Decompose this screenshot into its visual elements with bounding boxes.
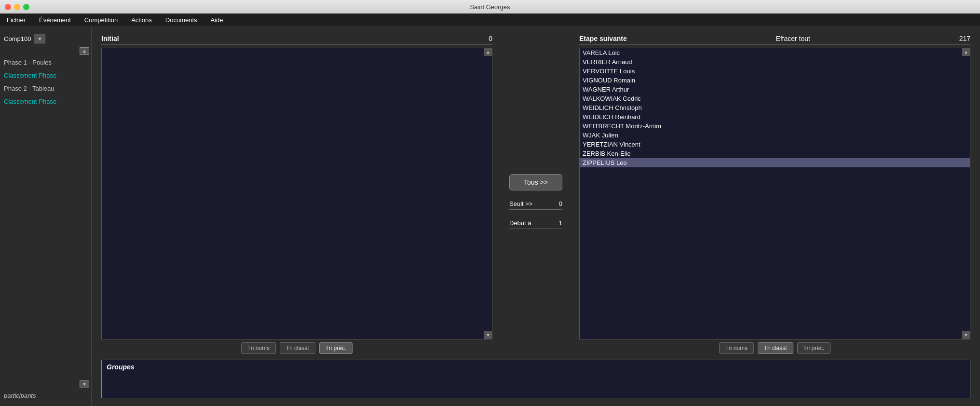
left-panel-title: Initial bbox=[101, 35, 119, 42]
content-area: Initial 0 ▲ ▼ Tri noms Tri classt bbox=[92, 27, 980, 406]
comp-label: Comp100 bbox=[4, 35, 31, 42]
panels-row: Initial 0 ▲ ▼ Tri noms Tri classt bbox=[101, 35, 970, 354]
right-scroll-down-button[interactable]: ▼ bbox=[962, 331, 970, 339]
middle-controls: Tous >> Seult >> 0 Début à 1 bbox=[502, 35, 570, 354]
close-button[interactable] bbox=[5, 4, 11, 10]
seult-row: Seult >> 0 bbox=[509, 200, 562, 210]
menu-aide[interactable]: Aide bbox=[208, 15, 226, 25]
right-panel-count: 217 bbox=[959, 35, 970, 42]
left-sort-prec-button[interactable]: Tri préc. bbox=[319, 342, 353, 354]
left-list-inner[interactable] bbox=[102, 48, 492, 339]
up-arrow-icon: ▲ bbox=[486, 50, 490, 54]
list-item[interactable]: WEITBRECHT Moritz-Arnim bbox=[580, 122, 970, 131]
left-sort-noms-button[interactable]: Tri noms bbox=[241, 342, 276, 354]
down-arrow-icon: ▼ bbox=[964, 333, 968, 338]
right-sort-noms-button[interactable]: Tri noms bbox=[719, 342, 754, 354]
right-sort-prec-button[interactable]: Tri préc. bbox=[797, 342, 831, 354]
menu-competition[interactable]: Compétition bbox=[82, 15, 121, 25]
right-panel-header: Etape suivante Effacer tout 217 bbox=[579, 35, 970, 45]
groups-title: Groupes bbox=[107, 363, 965, 371]
window-controls[interactable] bbox=[5, 4, 29, 10]
up-arrow-icon: ▲ bbox=[82, 49, 87, 54]
right-scroll-up-button[interactable]: ▲ bbox=[962, 48, 970, 56]
seult-label: Seult >> bbox=[509, 200, 532, 207]
list-item[interactable]: VERRIER Arnaud bbox=[580, 57, 970, 67]
effacer-tout-button[interactable]: Effacer tout bbox=[776, 35, 810, 42]
list-item[interactable]: WJAK Julien bbox=[580, 131, 970, 140]
list-item[interactable]: ZERBIB Ken-Elie bbox=[580, 149, 970, 158]
debut-separator bbox=[509, 229, 562, 229]
list-item[interactable]: VARELA Loic bbox=[580, 48, 970, 57]
down-arrow-icon: ▼ bbox=[82, 382, 87, 387]
list-item[interactable]: VERVOITTE Louis bbox=[580, 67, 970, 76]
right-sort-row: Tri noms Tri classt Tri préc. bbox=[579, 342, 970, 354]
seult-label-row: Seult >> 0 bbox=[509, 200, 562, 207]
window-title: Saint Georges bbox=[470, 3, 510, 11]
list-item[interactable]: WALKOWIAK Cedric bbox=[580, 94, 970, 103]
sidebar-participants: participants bbox=[0, 389, 91, 402]
maximize-button[interactable] bbox=[23, 4, 29, 10]
seult-separator bbox=[509, 209, 562, 210]
list-item[interactable]: VIGNOUD Romain bbox=[580, 76, 970, 85]
list-item[interactable]: WEIDLICH Christoph bbox=[580, 103, 970, 112]
list-item[interactable]: YERETZIAN Vincent bbox=[580, 140, 970, 149]
left-sort-classt-button[interactable]: Tri classt bbox=[280, 342, 315, 354]
debut-row: Début à 1 bbox=[509, 219, 562, 229]
seult-value: 0 bbox=[553, 200, 562, 207]
left-panel: Initial 0 ▲ ▼ Tri noms Tri classt bbox=[101, 35, 492, 354]
sidebar-item-label: Phase 2 - Tableau bbox=[4, 85, 54, 92]
right-list-inner[interactable]: VARELA LoicVERRIER ArnaudVERVOITTE Louis… bbox=[580, 48, 970, 339]
menu-actions[interactable]: Actions bbox=[128, 15, 155, 25]
right-panel: Etape suivante Effacer tout 217 ▲ VARELA… bbox=[579, 35, 970, 354]
sidebar-item-classement-phase2[interactable]: Classement Phase bbox=[0, 95, 91, 108]
debut-label-row: Début à 1 bbox=[509, 219, 562, 227]
left-list-box: ▲ ▼ bbox=[101, 48, 492, 339]
sidebar-scroll-down-area: ▼ bbox=[0, 379, 91, 389]
sidebar-item-phase1-poules[interactable]: Phase 1 - Poules bbox=[0, 56, 91, 69]
list-item[interactable]: WAGNER Arthur bbox=[580, 85, 970, 94]
left-panel-count: 0 bbox=[489, 35, 492, 42]
groups-section: Groupes bbox=[101, 360, 970, 398]
menu-fichier[interactable]: Fichier bbox=[4, 15, 28, 25]
debut-label: Début à bbox=[509, 219, 531, 227]
title-bar: Saint Georges bbox=[0, 0, 980, 14]
menu-bar: Fichier Évènement Compétition Actions Do… bbox=[0, 14, 980, 27]
left-scroll-down-button[interactable]: ▼ bbox=[484, 331, 492, 339]
sidebar-scroll-up-button[interactable]: ▲ bbox=[80, 47, 89, 55]
down-arrow-icon: ▼ bbox=[486, 333, 490, 338]
menu-evenement[interactable]: Évènement bbox=[36, 15, 74, 25]
tous-button[interactable]: Tous >> bbox=[509, 174, 562, 190]
sidebar-item-label: Classement Phase bbox=[4, 72, 56, 79]
main-layout: Comp100 ▼ ▲ Phase 1 - Poules Classement … bbox=[0, 27, 980, 406]
sidebar-item-label: Classement Phase bbox=[4, 98, 56, 105]
list-item[interactable]: ZIPPELIUS Leo bbox=[580, 158, 970, 167]
debut-value: 1 bbox=[553, 219, 562, 227]
sidebar-scroll-down-button[interactable]: ▼ bbox=[80, 380, 89, 388]
right-sort-classt-button[interactable]: Tri classt bbox=[758, 342, 793, 354]
sidebar-scroll-up-area: ▲ bbox=[0, 46, 91, 56]
left-panel-header: Initial 0 bbox=[101, 35, 492, 45]
sidebar-item-classement-phase1[interactable]: Classement Phase bbox=[0, 69, 91, 82]
sidebar-item-phase2-tableau[interactable]: Phase 2 - Tableau bbox=[0, 82, 91, 95]
minimize-button[interactable] bbox=[14, 4, 20, 10]
list-item[interactable]: WEIDLICH Reinhard bbox=[580, 112, 970, 122]
etape-suivante-label: Etape suivante bbox=[579, 35, 627, 42]
comp-row: Comp100 ▼ bbox=[0, 31, 91, 46]
left-scroll-up-button[interactable]: ▲ bbox=[484, 48, 492, 56]
left-sort-row: Tri noms Tri classt Tri préc. bbox=[101, 342, 492, 354]
right-list-box: ▲ VARELA LoicVERRIER ArnaudVERVOITTE Lou… bbox=[579, 48, 970, 339]
menu-documents[interactable]: Documents bbox=[163, 15, 200, 25]
up-arrow-icon: ▲ bbox=[964, 50, 968, 54]
sidebar: Comp100 ▼ ▲ Phase 1 - Poules Classement … bbox=[0, 27, 92, 406]
comp-dropdown[interactable]: ▼ bbox=[34, 34, 45, 43]
dropdown-arrow-icon: ▼ bbox=[37, 36, 42, 41]
sidebar-item-label: Phase 1 - Poules bbox=[4, 59, 52, 66]
